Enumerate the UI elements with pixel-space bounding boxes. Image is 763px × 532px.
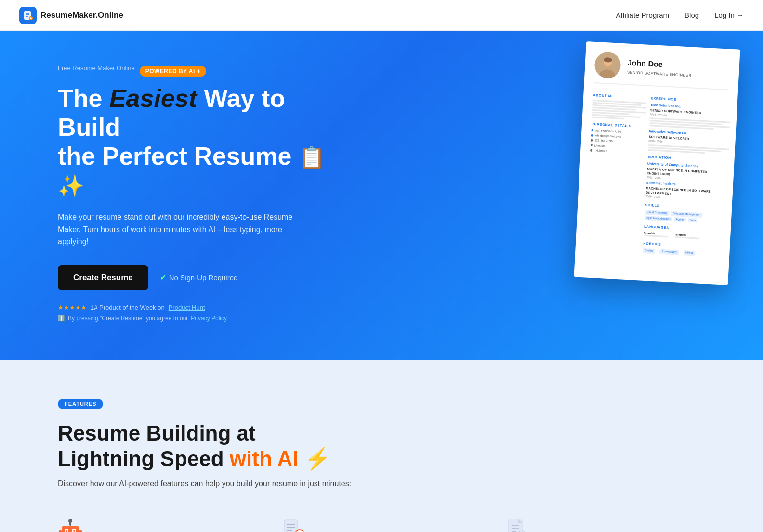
- svg-rect-19: [79, 530, 82, 532]
- svg-rect-18: [59, 530, 62, 532]
- stars-icon: ★★★★★: [58, 304, 87, 311]
- create-resume-button[interactable]: Create Resume: [58, 265, 148, 290]
- resume-card-wrapper: John Doe SENIOR SOFTWARE ENGINEER ABOUT …: [574, 41, 740, 285]
- product-hunt-link[interactable]: Product Hunt: [169, 304, 205, 311]
- pen-icon: [281, 517, 308, 532]
- logo-text: ResumeMaker.Online: [40, 11, 123, 20]
- resume-left-col: ABOUT ME PERSONAL DETAILS San Francisco,…: [585, 89, 647, 253]
- logo-icon: [19, 7, 37, 24]
- skills-badges: Cloud Computing Database Management Agil…: [645, 209, 726, 225]
- personal-label: PERSONAL DETAILS: [592, 122, 645, 130]
- resume-avatar: [594, 52, 621, 79]
- features-description: Discover how our AI-powered features can…: [58, 480, 395, 488]
- resume-name-block: John Doe SENIOR SOFTWARE ENGINEER: [627, 58, 693, 78]
- svg-point-21: [73, 530, 75, 532]
- svg-point-20: [66, 530, 67, 532]
- login-button[interactable]: Log In →: [714, 11, 744, 19]
- resume-header: John Doe SENIOR SOFTWARE ENGINEER: [594, 52, 730, 91]
- features-grid: AI Writing Assistant Feeling stuck in th…: [58, 517, 705, 532]
- svg-point-17: [68, 519, 72, 523]
- resume-card: John Doe SENIOR SOFTWARE ENGINEER ABOUT …: [574, 41, 740, 285]
- resume-right-col: EXPERIENCE Tech Solutions Inc. SENIOR SO…: [643, 92, 732, 258]
- hero-cta: Create Resume ✔ No Sign-Up Required: [58, 265, 328, 290]
- blog-link[interactable]: Blog: [684, 11, 699, 19]
- info-icon: ℹ️: [58, 315, 65, 322]
- hero-description: Make your resume stand out with our incr…: [58, 211, 299, 248]
- hero-rating: ★★★★★ 1# Product of the Week on Product …: [58, 304, 328, 311]
- features-badge: FEATURES: [58, 399, 103, 409]
- no-signup-label: ✔ No Sign-Up Required: [160, 273, 238, 282]
- affiliate-link[interactable]: Affiliate Program: [616, 11, 669, 19]
- ai-badge: POWERED BY AI +: [140, 66, 207, 77]
- feature-ai-writing: AI Writing Assistant Feeling stuck in th…: [58, 517, 258, 532]
- svg-rect-12: [62, 526, 79, 532]
- hero-title: The Easiest Way to Build the Perfect Res…: [58, 84, 328, 199]
- hero-content: Free Resume Maker Online POWERED BY AI +…: [58, 60, 328, 322]
- nav-links: Affiliate Program Blog Log In →: [616, 11, 744, 19]
- doc-icon: [505, 517, 532, 532]
- navbar: ResumeMaker.Online Affiliate Program Blo…: [0, 0, 763, 31]
- robot-icon: [58, 517, 85, 532]
- hero-section: Free Resume Maker Online POWERED BY AI +…: [0, 31, 763, 360]
- features-section: FEATURES Resume Building at Lightning Sp…: [0, 360, 763, 532]
- hero-label: Free Resume Maker Online: [58, 65, 135, 72]
- feature-resume-import: AI Resume Import Make your old resume gr…: [505, 517, 705, 532]
- logo[interactable]: ResumeMaker.Online: [19, 7, 123, 24]
- privacy-policy-link[interactable]: Privacy Policy: [191, 315, 227, 322]
- resume-body: ABOUT ME PERSONAL DETAILS San Francisco,…: [585, 89, 728, 258]
- about-label: ABOUT ME: [593, 93, 647, 101]
- check-icon: ✔: [160, 273, 166, 282]
- feature-bullet-gen: AI Bullet Point Generator Transform your…: [281, 517, 482, 532]
- features-title: Resume Building at Lightning Speed with …: [58, 421, 705, 472]
- hero-privacy: ℹ️ By pressing "Create Resume" you agree…: [58, 315, 328, 322]
